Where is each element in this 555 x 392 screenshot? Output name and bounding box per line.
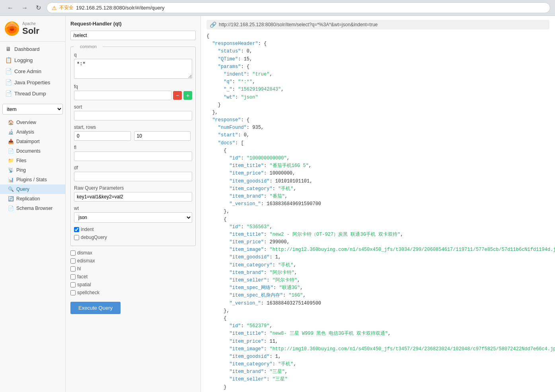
q-input[interactable]: *:* bbox=[74, 59, 192, 79]
core-nav-replication[interactable]: 🔄 Replication bbox=[0, 194, 65, 204]
core-nav-label-query: Query bbox=[16, 186, 29, 192]
edismax-checkbox[interactable] bbox=[70, 258, 76, 264]
app-container: Apache Solr 🖥 Dashboard 📋 Logging 📄 Core… bbox=[0, 16, 555, 392]
facet-checkbox[interactable] bbox=[70, 274, 76, 279]
right-panel: Request-Handler (qt) common q *:* fq bbox=[66, 16, 555, 392]
spatial-checkbox[interactable] bbox=[70, 282, 76, 287]
core-nav-analysis[interactable]: 🔬 Analysis bbox=[0, 127, 65, 137]
extra-checkboxes-section: dismax edismax hl facet spatial bbox=[70, 250, 196, 295]
spellcheck-label: spellcheck bbox=[77, 290, 99, 295]
raw-params-label: Raw Query Parameters bbox=[74, 185, 192, 191]
debug-query-checkbox[interactable] bbox=[74, 235, 79, 240]
execute-query-button[interactable]: Execute Query bbox=[70, 302, 121, 314]
df-group: df bbox=[74, 165, 192, 181]
sidebar-item-dashboard[interactable]: 🖥 Dashboard bbox=[0, 43, 65, 54]
fq-add-button[interactable]: + bbox=[183, 91, 192, 100]
q-group: q *:* bbox=[74, 52, 192, 80]
core-nav-label-overview: Overview bbox=[16, 120, 36, 125]
core-nav-query[interactable]: 🔍 Query bbox=[0, 184, 65, 194]
rows-group bbox=[74, 131, 192, 141]
solr-logo-icon bbox=[4, 21, 20, 37]
dismax-checkbox[interactable] bbox=[70, 250, 76, 256]
indent-checkbox[interactable] bbox=[74, 227, 79, 232]
dismax-label: dismax bbox=[77, 250, 92, 256]
common-fieldset: common q *:* fq − + bbox=[70, 44, 196, 246]
core-selector[interactable]: item bbox=[2, 104, 63, 114]
sidebar-item-java-properties[interactable]: 📄 Java Properties bbox=[0, 77, 65, 88]
logging-icon: 📋 bbox=[5, 57, 12, 63]
address-bar[interactable]: ⚠ 不安全 192.168.25.128:8080/solr/#/item/qu… bbox=[47, 2, 550, 13]
core-nav-label-plugins-stats: Plugins / Stats bbox=[16, 177, 47, 182]
legend-text: common bbox=[80, 44, 97, 49]
rows-input[interactable] bbox=[134, 131, 191, 141]
documents-icon: 📄 bbox=[8, 148, 14, 154]
insecure-label: 不安全 bbox=[59, 4, 74, 11]
indent-checkbox-group[interactable]: indent bbox=[74, 227, 192, 232]
back-button[interactable]: ← bbox=[5, 4, 16, 12]
spellcheck-checkbox-group[interactable]: spellcheck bbox=[70, 290, 196, 295]
core-admin-icon: 📄 bbox=[5, 68, 12, 74]
fl-input[interactable] bbox=[74, 151, 192, 161]
core-nav-documents[interactable]: 📄 Documents bbox=[0, 146, 65, 156]
sidebar-item-thread-dump[interactable]: 📄 Thread Dump bbox=[0, 88, 65, 99]
debug-query-checkbox-group[interactable]: debugQuery bbox=[74, 235, 192, 240]
core-nav-ping[interactable]: 📡 Ping bbox=[0, 165, 65, 175]
forward-button[interactable]: → bbox=[19, 4, 30, 12]
core-nav-overview[interactable]: 🏠 Overview bbox=[0, 118, 65, 127]
spatial-label: spatial bbox=[77, 282, 91, 287]
java-props-icon: 📄 bbox=[5, 79, 12, 85]
core-nav-label-replication: Replication bbox=[16, 196, 40, 202]
overview-icon: 🏠 bbox=[8, 120, 14, 125]
core-nav: 🏠 Overview 🔬 Analysis 📥 Dataimport 📄 Doc… bbox=[0, 118, 65, 213]
dismax-checkbox-group[interactable]: dismax bbox=[70, 250, 196, 256]
dashboard-icon: 🖥 bbox=[5, 46, 12, 52]
core-nav-files[interactable]: 📁 Files bbox=[0, 156, 65, 165]
sidebar-item-core-admin[interactable]: 📄 Core Admin bbox=[0, 66, 65, 77]
sidebar-label-dashboard: Dashboard bbox=[14, 46, 40, 52]
link-icon: 🔗 bbox=[210, 21, 216, 28]
wt-select[interactable]: json xml csv python ruby php bbox=[74, 212, 192, 223]
sidebar-item-logging[interactable]: 📋 Logging bbox=[0, 54, 65, 66]
facet-checkbox-group[interactable]: facet bbox=[70, 274, 196, 279]
core-nav-dataimport[interactable]: 📥 Dataimport bbox=[0, 137, 65, 146]
result-url-text: http://192.168.25.128:8080/solr/item/sel… bbox=[219, 22, 378, 27]
core-select-dropdown[interactable]: item bbox=[2, 104, 63, 114]
browser-chrome: ← → ↻ ⚠ 不安全 192.168.25.128:8080/solr/#/i… bbox=[0, 0, 555, 16]
start-input[interactable] bbox=[74, 131, 131, 141]
df-input[interactable] bbox=[74, 172, 192, 181]
refresh-button[interactable]: ↻ bbox=[33, 3, 43, 12]
sidebar-label-thread-dump: Thread Dump bbox=[14, 91, 46, 97]
raw-params-input[interactable] bbox=[74, 192, 192, 202]
analysis-icon: 🔬 bbox=[8, 129, 14, 135]
core-nav-label-ping: Ping bbox=[16, 167, 26, 173]
hl-label: hl bbox=[77, 266, 81, 272]
hl-checkbox[interactable] bbox=[70, 266, 76, 272]
logo: Apache Solr bbox=[0, 16, 65, 42]
df-label: df bbox=[74, 165, 192, 171]
query-icon: 🔍 bbox=[8, 186, 14, 192]
fq-input[interactable] bbox=[74, 91, 171, 100]
spellcheck-checkbox[interactable] bbox=[70, 290, 76, 295]
core-nav-schema-browser[interactable]: 📄 Schema Browser bbox=[0, 204, 65, 213]
sidebar: Apache Solr 🖥 Dashboard 📋 Logging 📄 Core… bbox=[0, 16, 66, 392]
sort-input[interactable] bbox=[74, 111, 192, 120]
json-output: { "responseHeader": { "status": 0, "QTim… bbox=[206, 33, 549, 392]
fq-remove-button[interactable]: − bbox=[173, 91, 182, 100]
spatial-checkbox-group[interactable]: spatial bbox=[70, 282, 196, 287]
core-nav-label-dataimport: Dataimport bbox=[16, 139, 40, 144]
fq-row: − + bbox=[74, 91, 192, 100]
raw-params-group: Raw Query Parameters bbox=[74, 185, 192, 202]
q-label: q bbox=[74, 52, 192, 58]
files-icon: 📁 bbox=[8, 158, 14, 163]
core-nav-label-files: Files bbox=[16, 158, 26, 163]
edismax-checkbox-group[interactable]: edismax bbox=[70, 258, 196, 264]
hl-checkbox-group[interactable]: hl bbox=[70, 266, 196, 272]
handler-input[interactable] bbox=[70, 31, 196, 40]
indent-label: indent bbox=[81, 227, 94, 232]
fq-group: fq − + bbox=[74, 84, 192, 100]
edismax-label: edismax bbox=[77, 258, 95, 264]
start-rows-label: start, rows bbox=[74, 124, 192, 130]
core-nav-plugins-stats[interactable]: 📊 Plugins / Stats bbox=[0, 175, 65, 184]
url-display: 192.168.25.128:8080/solr/#/item/query bbox=[76, 5, 165, 11]
fq-label: fq bbox=[74, 84, 192, 89]
